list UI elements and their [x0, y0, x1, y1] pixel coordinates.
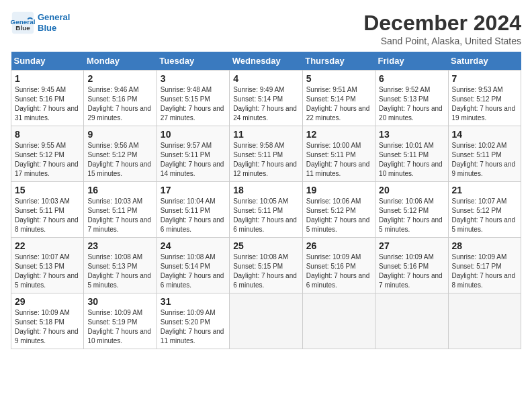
day-number: 20: [379, 185, 444, 195]
calendar-cell: [448, 293, 521, 349]
calendar-cell: 28Sunrise: 10:09 AM Sunset: 5:17 PM Dayl…: [448, 238, 521, 293]
day-info: Sunrise: 9:55 AM Sunset: 5:12 PM Dayligh…: [15, 141, 80, 179]
day-info: Sunrise: 10:07 AM Sunset: 5:12 PM Daylig…: [452, 197, 517, 234]
calendar-week-1: 1Sunrise: 9:45 AM Sunset: 5:16 PM Daylig…: [11, 71, 521, 126]
day-info: Sunrise: 10:04 AM Sunset: 5:11 PM Daylig…: [161, 197, 226, 234]
day-info: Sunrise: 10:06 AM Sunset: 5:12 PM Daylig…: [379, 197, 444, 234]
calendar-cell: 5Sunrise: 9:51 AM Sunset: 5:14 PM Daylig…: [302, 71, 375, 126]
header: General Blue General Blue December 2024 …: [11, 11, 521, 46]
day-info: Sunrise: 9:51 AM Sunset: 5:14 PM Dayligh…: [306, 85, 371, 123]
title-area: December 2024 Sand Point, Alaska, United…: [363, 11, 521, 46]
calendar-cell: 10Sunrise: 9:57 AM Sunset: 5:11 PM Dayli…: [157, 126, 229, 182]
calendar-cell: 17Sunrise: 10:04 AM Sunset: 5:11 PM Dayl…: [157, 182, 229, 238]
svg-text:Blue: Blue: [15, 24, 30, 32]
day-info: Sunrise: 9:57 AM Sunset: 5:11 PM Dayligh…: [161, 141, 226, 179]
calendar-cell: 21Sunrise: 10:07 AM Sunset: 5:12 PM Dayl…: [448, 182, 521, 238]
day-number: 30: [87, 296, 152, 307]
day-info: Sunrise: 10:08 AM Sunset: 5:13 PM Daylig…: [87, 253, 152, 290]
calendar-cell: 4Sunrise: 9:49 AM Sunset: 5:14 PM Daylig…: [230, 71, 302, 126]
day-info: Sunrise: 9:52 AM Sunset: 5:13 PM Dayligh…: [379, 85, 444, 123]
logo-line1: General: [38, 12, 70, 22]
calendar-cell: 1Sunrise: 9:45 AM Sunset: 5:16 PM Daylig…: [11, 71, 84, 126]
calendar-cell: 22Sunrise: 10:07 AM Sunset: 5:13 PM Dayl…: [11, 238, 84, 293]
weekday-header-wednesday: Wednesday: [230, 52, 302, 71]
calendar-cell: 2Sunrise: 9:46 AM Sunset: 5:16 PM Daylig…: [84, 71, 157, 126]
day-number: 15: [15, 185, 80, 195]
calendar-cell: 30Sunrise: 10:09 AM Sunset: 5:19 PM Dayl…: [84, 293, 157, 349]
logo-line2: Blue: [38, 23, 56, 33]
day-info: Sunrise: 9:46 AM Sunset: 5:16 PM Dayligh…: [87, 85, 152, 123]
day-number: 5: [306, 73, 371, 84]
day-number: 19: [306, 185, 371, 195]
day-info: Sunrise: 10:07 AM Sunset: 5:13 PM Daylig…: [15, 253, 80, 290]
calendar-cell: 20Sunrise: 10:06 AM Sunset: 5:12 PM Dayl…: [375, 182, 448, 238]
calendar-cell: 6Sunrise: 9:52 AM Sunset: 5:13 PM Daylig…: [375, 71, 448, 126]
weekday-header-thursday: Thursday: [302, 52, 375, 71]
day-number: 2: [87, 73, 152, 84]
logo-icon: General Blue: [11, 11, 35, 35]
day-number: 26: [306, 240, 371, 251]
day-info: Sunrise: 9:49 AM Sunset: 5:14 PM Dayligh…: [233, 85, 298, 123]
day-info: Sunrise: 10:01 AM Sunset: 5:11 PM Daylig…: [379, 141, 444, 179]
day-number: 29: [15, 296, 80, 307]
day-number: 11: [233, 129, 298, 140]
day-number: 25: [233, 240, 298, 251]
weekday-header-monday: Monday: [84, 52, 157, 71]
day-info: Sunrise: 10:09 AM Sunset: 5:16 PM Daylig…: [379, 253, 444, 290]
calendar-cell: 25Sunrise: 10:08 AM Sunset: 5:15 PM Dayl…: [230, 238, 302, 293]
weekday-header-row: SundayMondayTuesdayWednesdayThursdayFrid…: [11, 52, 521, 71]
calendar-cell: 14Sunrise: 10:02 AM Sunset: 5:11 PM Dayl…: [448, 126, 521, 182]
calendar-cell: [375, 293, 448, 349]
calendar-cell: 3Sunrise: 9:48 AM Sunset: 5:15 PM Daylig…: [157, 71, 229, 126]
day-info: Sunrise: 10:00 AM Sunset: 5:11 PM Daylig…: [306, 141, 371, 179]
day-info: Sunrise: 10:05 AM Sunset: 5:11 PM Daylig…: [233, 197, 298, 234]
day-info: Sunrise: 10:08 AM Sunset: 5:14 PM Daylig…: [161, 253, 226, 290]
day-info: Sunrise: 10:09 AM Sunset: 5:17 PM Daylig…: [452, 253, 517, 290]
day-number: 23: [87, 240, 152, 251]
calendar-cell: 29Sunrise: 10:09 AM Sunset: 5:18 PM Dayl…: [11, 293, 84, 349]
calendar-cell: 13Sunrise: 10:01 AM Sunset: 5:11 PM Dayl…: [375, 126, 448, 182]
calendar-cell: 8Sunrise: 9:55 AM Sunset: 5:12 PM Daylig…: [11, 126, 84, 182]
calendar-cell: [230, 293, 302, 349]
day-info: Sunrise: 9:58 AM Sunset: 5:11 PM Dayligh…: [233, 141, 298, 179]
day-number: 7: [452, 73, 517, 84]
calendar-cell: 19Sunrise: 10:06 AM Sunset: 5:12 PM Dayl…: [302, 182, 375, 238]
weekday-header-sunday: Sunday: [11, 52, 84, 71]
day-info: Sunrise: 10:08 AM Sunset: 5:15 PM Daylig…: [233, 253, 298, 290]
calendar-cell: 24Sunrise: 10:08 AM Sunset: 5:14 PM Dayl…: [157, 238, 229, 293]
day-number: 13: [379, 129, 444, 140]
day-info: Sunrise: 9:48 AM Sunset: 5:15 PM Dayligh…: [161, 85, 226, 123]
day-info: Sunrise: 10:03 AM Sunset: 5:11 PM Daylig…: [87, 197, 152, 234]
day-number: 4: [233, 73, 298, 84]
day-number: 27: [379, 240, 444, 251]
day-info: Sunrise: 9:53 AM Sunset: 5:12 PM Dayligh…: [452, 85, 517, 123]
calendar-cell: 23Sunrise: 10:08 AM Sunset: 5:13 PM Dayl…: [84, 238, 157, 293]
day-info: Sunrise: 10:09 AM Sunset: 5:20 PM Daylig…: [161, 308, 226, 346]
day-number: 8: [15, 129, 80, 140]
day-number: 22: [15, 240, 80, 251]
day-number: 14: [452, 129, 517, 140]
calendar-cell: 7Sunrise: 9:53 AM Sunset: 5:12 PM Daylig…: [448, 71, 521, 126]
calendar-cell: 31Sunrise: 10:09 AM Sunset: 5:20 PM Dayl…: [157, 293, 229, 349]
day-info: Sunrise: 10:06 AM Sunset: 5:12 PM Daylig…: [306, 197, 371, 234]
calendar-cell: 26Sunrise: 10:09 AM Sunset: 5:16 PM Dayl…: [302, 238, 375, 293]
calendar-cell: 18Sunrise: 10:05 AM Sunset: 5:11 PM Dayl…: [230, 182, 302, 238]
calendar-week-2: 8Sunrise: 9:55 AM Sunset: 5:12 PM Daylig…: [11, 126, 521, 182]
day-number: 28: [452, 240, 517, 251]
day-info: Sunrise: 9:45 AM Sunset: 5:16 PM Dayligh…: [15, 85, 80, 123]
day-number: 9: [87, 129, 152, 140]
weekday-header-tuesday: Tuesday: [157, 52, 229, 71]
day-number: 12: [306, 129, 371, 140]
day-info: Sunrise: 10:09 AM Sunset: 5:19 PM Daylig…: [87, 308, 152, 346]
calendar-table: SundayMondayTuesdayWednesdayThursdayFrid…: [11, 52, 521, 349]
calendar-week-5: 29Sunrise: 10:09 AM Sunset: 5:18 PM Dayl…: [11, 293, 521, 349]
day-number: 21: [452, 185, 517, 195]
main-title: December 2024: [363, 11, 521, 36]
calendar-cell: 16Sunrise: 10:03 AM Sunset: 5:11 PM Dayl…: [84, 182, 157, 238]
day-number: 24: [161, 240, 226, 251]
day-info: Sunrise: 9:56 AM Sunset: 5:12 PM Dayligh…: [87, 141, 152, 179]
calendar-cell: 15Sunrise: 10:03 AM Sunset: 5:11 PM Dayl…: [11, 182, 84, 238]
day-number: 10: [161, 129, 226, 140]
day-number: 3: [161, 73, 226, 84]
day-number: 18: [233, 185, 298, 195]
